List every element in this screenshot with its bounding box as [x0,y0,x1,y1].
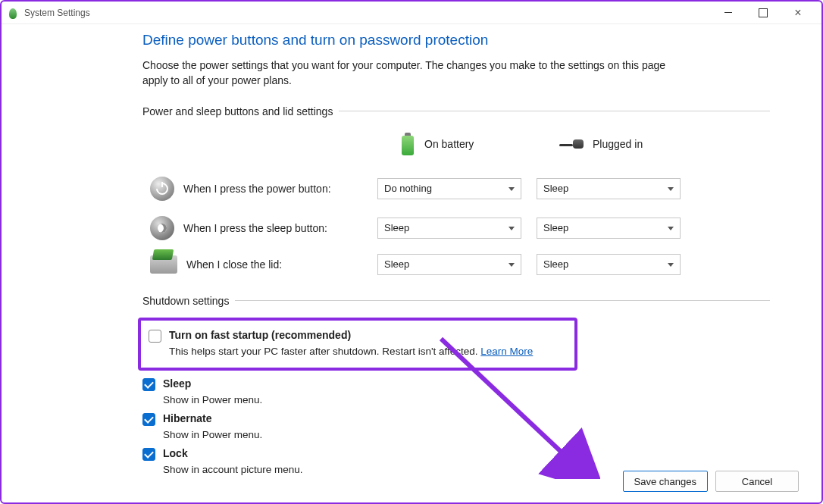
battery-icon [400,133,415,155]
sleep-button-plugged-select[interactable]: Sleep [537,218,681,239]
row-close-lid-label: When I close the lid: [142,248,370,281]
fast-startup-checkbox[interactable] [149,330,161,343]
power-button-icon [150,177,174,201]
fast-startup-label: Turn on fast startup (recommended) [169,329,351,341]
page-heading: Define power buttons and turn on passwor… [142,32,770,49]
window-title: System Settings [24,8,90,18]
lock-checkbox[interactable] [142,448,155,461]
maximize-button[interactable] [746,2,781,24]
sleep-button-battery-select[interactable]: Sleep [377,218,521,239]
app-icon [8,7,20,19]
minimize-button[interactable] [711,2,746,24]
close-button[interactable] [781,2,815,24]
sleep-checkbox[interactable] [142,378,155,391]
titlebar: System Settings [2,2,821,24]
learn-more-link[interactable]: Learn More [480,346,533,357]
lock-label: Lock [163,447,188,459]
section-shutdown-title: Shutdown settings [142,295,770,307]
sleep-label: Sleep [163,377,191,390]
page-description: Choose the power settings that you want … [142,58,688,89]
hibernate-label: Hibernate [163,412,212,424]
section-power-sleep-title: Power and sleep buttons and lid settings [142,105,770,117]
close-lid-plugged-select[interactable]: Sleep [537,254,681,275]
plug-icon [559,138,584,150]
close-lid-battery-select[interactable]: Sleep [377,254,521,275]
save-changes-button[interactable]: Save changes [623,471,708,492]
row-sleep-button-label: When I press the sleep button: [142,208,370,248]
annotation-highlight-box: Turn on fast startup (recommended) This … [138,318,577,371]
column-on-battery: On battery [377,128,529,169]
fast-startup-desc: This helps start your PC faster after sh… [169,346,567,357]
column-plugged-in: Plugged in [537,133,688,164]
power-button-plugged-select[interactable]: Sleep [537,178,681,199]
cancel-button[interactable]: Cancel [715,471,799,492]
row-power-button-label: When I press the power button: [142,169,370,208]
hibernate-checkbox[interactable] [142,413,155,426]
hibernate-desc: Show in Power menu. [163,429,770,440]
sleep-desc: Show in Power menu. [163,394,770,405]
lid-icon [150,255,177,274]
power-button-battery-select[interactable]: Do nothing [377,178,521,199]
sleep-button-icon [150,216,174,240]
